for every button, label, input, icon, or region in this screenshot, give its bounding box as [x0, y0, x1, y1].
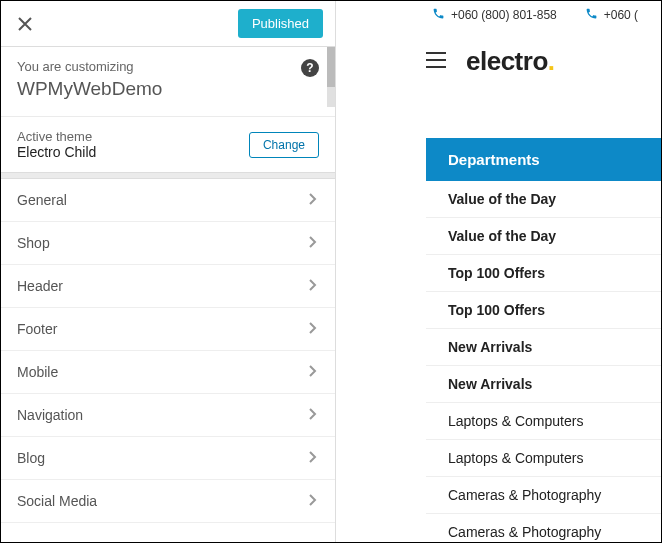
panel-header[interactable]: Header	[1, 265, 335, 308]
panel-label: General	[17, 192, 67, 208]
category-item[interactable]: New Arrivals	[426, 329, 661, 366]
categories-list: Value of the DayValue of the DayTop 100 …	[426, 181, 661, 542]
customizer-topbar: Published	[1, 1, 335, 47]
panel-label: Shop	[17, 235, 50, 251]
phone-icon	[585, 7, 598, 23]
category-item[interactable]: Value of the Day	[426, 181, 661, 218]
panel-general[interactable]: General	[1, 179, 335, 222]
active-theme-label: Active theme	[17, 129, 96, 144]
chevron-right-icon	[307, 493, 319, 509]
site-logo[interactable]: electro.	[466, 46, 555, 77]
phone-1[interactable]: +060 (800) 801-858	[432, 7, 557, 23]
panel-navigation[interactable]: Navigation	[1, 394, 335, 437]
panel-label: Mobile	[17, 364, 58, 380]
chevron-right-icon	[307, 407, 319, 423]
publish-button[interactable]: Published	[238, 9, 323, 38]
site-info: You are customizing WPMyWebDemo ?	[1, 47, 335, 117]
panel-blog[interactable]: Blog	[1, 437, 335, 480]
menu-toggle[interactable]	[426, 52, 446, 72]
category-item[interactable]: Value of the Day	[426, 218, 661, 255]
customizing-label: You are customizing	[17, 59, 319, 74]
panel-label: Header	[17, 278, 63, 294]
panel-label: Footer	[17, 321, 57, 337]
departments-label: Departments	[448, 151, 540, 168]
active-theme-block: Active theme Electro Child Change	[1, 117, 335, 173]
phone-number: +060 (800) 801-858	[451, 8, 557, 22]
category-item[interactable]: New Arrivals	[426, 366, 661, 403]
chevron-right-icon	[307, 450, 319, 466]
close-icon	[18, 17, 32, 31]
header-icons: 1 $1,300	[336, 94, 661, 138]
category-item[interactable]: Cameras & Photography	[426, 514, 661, 542]
phone-2[interactable]: +060 (	[585, 7, 638, 23]
panel-label: Blog	[17, 450, 45, 466]
category-item[interactable]: Laptops & Computers	[426, 440, 661, 477]
departments-bar[interactable]: Departments View	[426, 138, 661, 181]
chevron-right-icon	[307, 278, 319, 294]
scrollbar[interactable]	[327, 47, 335, 107]
preview-pane: +060 (800) 801-858 +060 ( electro. Se	[336, 1, 661, 542]
close-button[interactable]	[13, 12, 37, 36]
category-item[interactable]: Cameras & Photography	[426, 477, 661, 514]
compare-button[interactable]	[660, 98, 661, 124]
active-theme-name: Electro Child	[17, 144, 96, 160]
panel-shop[interactable]: Shop	[1, 222, 335, 265]
customizer-panels: GeneralShopHeaderFooterMobileNavigationB…	[1, 179, 335, 542]
chevron-right-icon	[307, 235, 319, 251]
panel-label: Navigation	[17, 407, 83, 423]
chevron-right-icon	[307, 364, 319, 380]
category-item[interactable]: Top 100 Offers	[426, 292, 661, 329]
site-header: electro. Se	[336, 29, 661, 94]
phone-icon	[432, 7, 445, 23]
customizer-sidebar: Published You are customizing WPMyWebDem…	[1, 1, 336, 542]
chevron-right-icon	[307, 192, 319, 208]
panel-social-media[interactable]: Social Media	[1, 480, 335, 523]
category-item[interactable]: Laptops & Computers	[426, 403, 661, 440]
change-theme-button[interactable]: Change	[249, 132, 319, 158]
help-icon[interactable]: ?	[301, 59, 319, 77]
site-name: WPMyWebDemo	[17, 78, 319, 100]
panel-label: Social Media	[17, 493, 97, 509]
hamburger-icon	[426, 52, 446, 68]
phone-number: +060 (	[604, 8, 638, 22]
panel-mobile[interactable]: Mobile	[1, 351, 335, 394]
category-item[interactable]: Top 100 Offers	[426, 255, 661, 292]
phone-bar: +060 (800) 801-858 +060 (	[336, 1, 661, 29]
chevron-right-icon	[307, 321, 319, 337]
compare-icon	[660, 98, 661, 120]
panel-footer[interactable]: Footer	[1, 308, 335, 351]
